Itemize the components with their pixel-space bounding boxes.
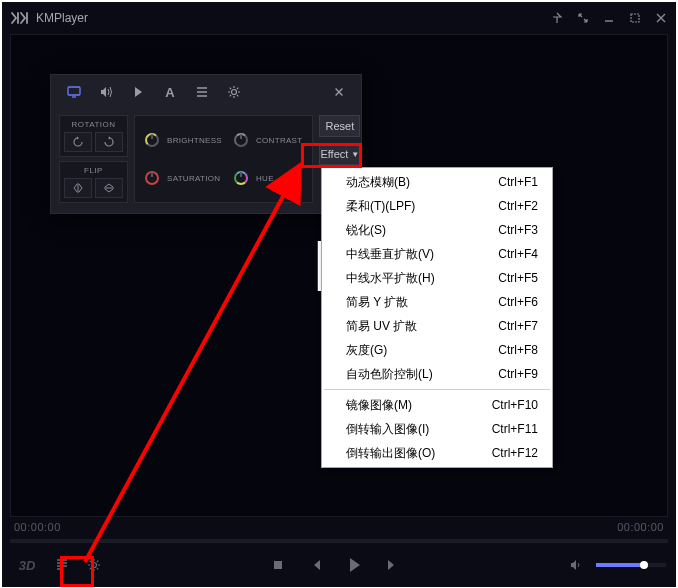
minimize-icon[interactable] <box>602 11 616 25</box>
app-logo-icon <box>10 11 30 25</box>
menu-item-label: 锐化(S) <box>346 222 498 239</box>
svg-rect-5 <box>274 561 282 569</box>
rotation-label: ROTATION <box>64 120 123 129</box>
next-icon[interactable] <box>380 553 404 577</box>
tab-settings-icon[interactable] <box>219 77 249 107</box>
flip-label: FLIP <box>64 166 123 175</box>
menu-item-label: 简易 UV 扩散 <box>346 318 498 335</box>
context-menu-item[interactable]: 柔和(T)(LPF)Ctrl+F2 <box>322 194 552 218</box>
context-menu-item[interactable]: 自动色阶控制(L)Ctrl+F9 <box>322 362 552 386</box>
play-icon[interactable] <box>342 553 366 577</box>
context-menu-item[interactable]: 锐化(S)Ctrl+F3 <box>322 218 552 242</box>
time-elapsed: 00:00:00 <box>14 521 61 533</box>
tab-play-icon[interactable] <box>123 77 153 107</box>
chevron-down-icon: ▼ <box>351 150 359 159</box>
svg-point-2 <box>232 90 237 95</box>
close-icon[interactable] <box>654 11 668 25</box>
menu-item-shortcut: Ctrl+F3 <box>498 223 538 237</box>
effects-panel-tabs: A <box>51 75 361 109</box>
menu-item-shortcut: Ctrl+F12 <box>492 446 538 460</box>
context-menu-item[interactable]: 灰度(G)Ctrl+F8 <box>322 338 552 362</box>
menu-item-shortcut: Ctrl+F1 <box>498 175 538 189</box>
volume-area <box>564 553 666 577</box>
flip-horizontal-button[interactable] <box>64 178 92 198</box>
menu-item-label: 动态模糊(B) <box>346 174 498 191</box>
time-remaining: 00:00:00 <box>617 521 664 533</box>
rotation-section: ROTATION <box>59 115 128 157</box>
svg-point-4 <box>92 563 97 568</box>
flip-section: FLIP <box>59 161 128 203</box>
context-menu-item[interactable]: 中线垂直扩散(V)Ctrl+F4 <box>322 242 552 266</box>
effect-button[interactable]: Effect▼ <box>319 143 360 165</box>
menu-item-shortcut: Ctrl+F4 <box>498 247 538 261</box>
saturation-knob[interactable]: SATURATION <box>145 162 222 194</box>
svg-rect-0 <box>631 14 639 22</box>
window-controls <box>550 11 668 25</box>
volume-icon[interactable] <box>564 553 588 577</box>
title-bar: KMPlayer <box>2 2 676 34</box>
menu-item-label: 倒转输入图像(I) <box>346 421 492 438</box>
hue-knob[interactable]: HUE <box>234 162 302 194</box>
menu-item-shortcut: Ctrl+F7 <box>498 319 538 333</box>
context-menu-item[interactable]: 简易 UV 扩散Ctrl+F7 <box>322 314 552 338</box>
menu-item-label: 中线水平扩散(H) <box>346 270 498 287</box>
tab-volume-icon[interactable] <box>91 77 121 107</box>
tab-list-icon[interactable] <box>187 77 217 107</box>
effects-panel: A ROTATION FLIP <box>50 74 362 214</box>
pin-icon[interactable] <box>550 11 564 25</box>
menu-item-shortcut: Ctrl+F9 <box>498 367 538 381</box>
app-title: KMPlayer <box>36 11 88 25</box>
maximize-icon[interactable] <box>628 11 642 25</box>
menu-item-label: 柔和(T)(LPF) <box>346 198 498 215</box>
menu-item-shortcut: Ctrl+F2 <box>498 199 538 213</box>
menu-item-label: 倒转输出图像(O) <box>346 445 492 462</box>
context-menu-item[interactable]: 简易 Y 扩散Ctrl+F6 <box>322 290 552 314</box>
tab-font-icon[interactable]: A <box>155 77 185 107</box>
context-menu-item[interactable]: 倒转输入图像(I)Ctrl+F11 <box>322 417 552 441</box>
settings-gear-icon[interactable] <box>82 553 106 577</box>
menu-item-label: 中线垂直扩散(V) <box>346 246 498 263</box>
effects-panel-body: ROTATION FLIP BRIGHTNESS CONTRAST <box>51 109 361 213</box>
app-window: KMPlayer K A ROTATION <box>2 2 676 587</box>
effects-panel-close-icon[interactable] <box>325 78 353 106</box>
menu-item-shortcut: Ctrl+F11 <box>492 422 538 436</box>
menu-item-label: 自动色阶控制(L) <box>346 366 498 383</box>
tab-screen-icon[interactable] <box>59 77 89 107</box>
volume-slider[interactable] <box>596 563 666 567</box>
rotate-ccw-button[interactable] <box>64 132 92 152</box>
reset-button[interactable]: Reset <box>319 115 360 137</box>
menu-item-shortcut: Ctrl+F8 <box>498 343 538 357</box>
seek-bar[interactable] <box>10 539 668 543</box>
brightness-knob[interactable]: BRIGHTNESS <box>145 124 222 156</box>
context-menu-item[interactable]: 中线水平扩散(H)Ctrl+F5 <box>322 266 552 290</box>
menu-item-label: 镜像图像(M) <box>346 397 492 414</box>
knobs-grid: BRIGHTNESS CONTRAST SATURATION HUE <box>134 115 313 203</box>
menu-item-shortcut: Ctrl+F5 <box>498 271 538 285</box>
menu-item-label: 灰度(G) <box>346 342 498 359</box>
svg-rect-1 <box>68 87 80 95</box>
flip-vertical-button[interactable] <box>95 178 123 198</box>
menu-item-label: 简易 Y 扩散 <box>346 294 498 311</box>
menu-item-shortcut: Ctrl+F6 <box>498 295 538 309</box>
context-menu-item[interactable]: 动态模糊(B)Ctrl+F1 <box>322 170 552 194</box>
effect-context-menu: 动态模糊(B)Ctrl+F1柔和(T)(LPF)Ctrl+F2锐化(S)Ctrl… <box>321 167 553 468</box>
rotate-cw-button[interactable] <box>95 132 123 152</box>
context-menu-item[interactable]: 镜像图像(M)Ctrl+F10 <box>322 393 552 417</box>
stop-icon[interactable] <box>266 553 290 577</box>
bottom-bar: 00:00:00 00:00:00 3D <box>2 517 676 587</box>
compact-icon[interactable] <box>576 11 590 25</box>
contrast-knob[interactable]: CONTRAST <box>234 124 302 156</box>
context-menu-item[interactable]: 倒转输出图像(O)Ctrl+F12 <box>322 441 552 465</box>
prev-icon[interactable] <box>304 553 328 577</box>
menu-separator <box>324 389 550 390</box>
3d-button[interactable]: 3D <box>12 554 42 576</box>
menu-item-shortcut: Ctrl+F10 <box>492 398 538 412</box>
playlist-icon[interactable] <box>50 553 74 577</box>
